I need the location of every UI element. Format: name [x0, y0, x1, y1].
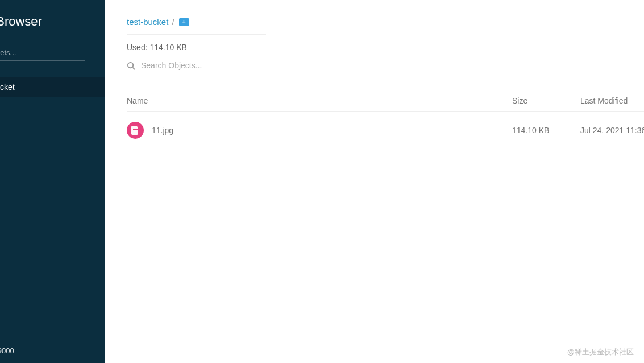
object-search-input[interactable] [141, 61, 311, 70]
col-header-modified[interactable]: Last Modified [580, 96, 644, 105]
main-panel: test-bucket / Used: 114.10 KB Name Size … [105, 0, 644, 363]
bucket-search-input[interactable] [0, 45, 85, 61]
object-search-row [127, 61, 644, 76]
file-icon [127, 122, 144, 139]
row-size-cell: 114.10 KB [512, 126, 580, 135]
col-header-name[interactable]: Name [127, 96, 512, 105]
bucket-list-item[interactable]: cket [0, 77, 105, 97]
svg-rect-4 [133, 133, 136, 133]
row-name-cell: 11.jpg [127, 122, 512, 139]
objects-table: Name Size Last Modified 11.jpg 114.10 KB… [127, 96, 644, 149]
table-row[interactable]: 11.jpg 114.10 KB Jul 24, 2021 11:36 A [127, 112, 644, 149]
svg-line-1 [132, 67, 135, 69]
breadcrumb: test-bucket / [127, 17, 644, 27]
add-folder-icon[interactable] [179, 18, 189, 26]
svg-point-0 [128, 62, 133, 67]
watermark: @稀土掘金技术社区 [567, 348, 634, 357]
app-title: O Browser [0, 0, 105, 39]
watermark-text: @稀土掘金技术社区 [567, 348, 634, 357]
usage-label: Used: 114.10 KB [127, 43, 644, 52]
sidebar-footer-host: 5:9000 [0, 346, 14, 355]
bucket-list: cket [0, 77, 105, 97]
search-icon [127, 61, 135, 70]
row-filename: 11.jpg [152, 126, 173, 135]
table-header: Name Size Last Modified [127, 96, 644, 112]
breadcrumb-bucket-link[interactable]: test-bucket [127, 17, 168, 27]
breadcrumb-separator: / [172, 17, 174, 27]
sidebar: O Browser cket 5:9000 [0, 0, 105, 363]
svg-rect-3 [133, 131, 138, 131]
divider [127, 34, 266, 35]
svg-rect-2 [133, 129, 138, 130]
row-modified-cell: Jul 24, 2021 11:36 A [580, 126, 644, 135]
col-header-size[interactable]: Size [512, 96, 580, 105]
